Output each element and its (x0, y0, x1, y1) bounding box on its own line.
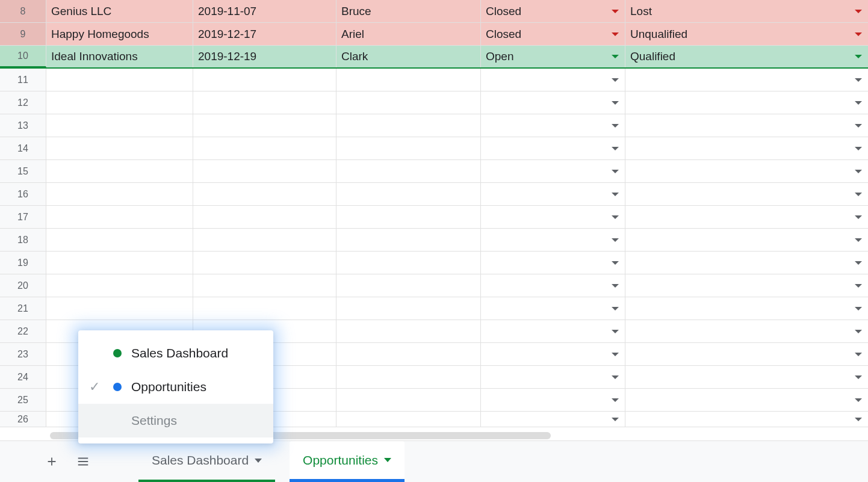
row-header[interactable]: 15 (0, 160, 46, 182)
cell[interactable] (46, 114, 193, 137)
cell[interactable] (625, 366, 868, 388)
cell[interactable] (336, 252, 481, 274)
cell[interactable] (625, 137, 868, 159)
dropdown-caret-icon[interactable] (612, 284, 619, 288)
dropdown-caret-icon[interactable] (855, 170, 862, 173)
all-sheets-button[interactable] (75, 453, 91, 470)
cell[interactable] (336, 229, 481, 251)
dropdown-caret-icon[interactable] (855, 78, 862, 82)
cell[interactable]: Qualified (625, 46, 868, 67)
dropdown-caret-icon[interactable] (612, 398, 619, 402)
cell[interactable] (336, 297, 481, 320)
cell[interactable]: Clark (336, 46, 481, 67)
row-header[interactable]: 18 (0, 229, 46, 251)
cell[interactable] (625, 183, 868, 205)
cell[interactable] (193, 206, 336, 228)
row-header[interactable]: 25 (0, 389, 46, 411)
dropdown-caret-icon[interactable] (612, 55, 619, 58)
dropdown-caret-icon[interactable] (855, 238, 862, 242)
cell[interactable] (481, 412, 625, 427)
cell[interactable] (481, 91, 625, 114)
row-header[interactable]: 10 (0, 46, 46, 67)
cell[interactable] (336, 274, 481, 297)
dropdown-caret-icon[interactable] (855, 307, 862, 311)
cell[interactable] (336, 114, 481, 137)
cell[interactable] (193, 297, 336, 320)
row-header[interactable]: 8 (0, 0, 46, 22)
dropdown-caret-icon[interactable] (855, 215, 862, 219)
cell[interactable]: Unqualified (625, 23, 868, 45)
dropdown-caret-icon[interactable] (612, 124, 619, 128)
cell[interactable]: Ideal Innovations (46, 46, 193, 67)
cell[interactable] (481, 137, 625, 159)
dropdown-caret-icon[interactable] (612, 78, 619, 82)
popup-item-sales-dashboard[interactable]: Sales Dashboard (78, 336, 273, 370)
dropdown-caret-icon[interactable] (612, 193, 619, 196)
cell[interactable] (625, 274, 868, 297)
cell[interactable] (481, 183, 625, 205)
row-header[interactable]: 20 (0, 274, 46, 297)
cell[interactable] (625, 114, 868, 137)
tab-sales-dashboard[interactable]: Sales Dashboard (138, 441, 275, 482)
row-header[interactable]: 11 (0, 69, 46, 91)
cell[interactable]: 2019-11-07 (193, 0, 336, 22)
row-header[interactable]: 21 (0, 297, 46, 320)
cell[interactable] (481, 229, 625, 251)
cell[interactable] (336, 206, 481, 228)
cell[interactable]: Ariel (336, 23, 481, 45)
dropdown-caret-icon[interactable] (855, 55, 862, 58)
cell[interactable] (336, 183, 481, 205)
dropdown-caret-icon[interactable] (855, 418, 862, 421)
cell[interactable]: Open (481, 46, 625, 67)
row-header[interactable]: 12 (0, 91, 46, 114)
cell[interactable] (625, 160, 868, 182)
cell[interactable] (625, 412, 868, 427)
cell[interactable] (625, 389, 868, 411)
row-header[interactable]: 26 (0, 412, 46, 427)
popup-item-settings[interactable]: Settings (78, 404, 273, 437)
dropdown-caret-icon[interactable] (855, 10, 862, 13)
cell[interactable] (336, 366, 481, 388)
cell[interactable] (625, 206, 868, 228)
cell[interactable] (481, 297, 625, 320)
dropdown-caret-icon[interactable] (612, 353, 619, 356)
row-header[interactable]: 14 (0, 137, 46, 159)
cell[interactable] (336, 160, 481, 182)
cell[interactable] (46, 69, 193, 91)
cell[interactable] (481, 252, 625, 274)
cell[interactable] (336, 389, 481, 411)
cell[interactable] (625, 229, 868, 251)
dropdown-caret-icon[interactable] (855, 101, 862, 105)
cell[interactable] (336, 69, 481, 91)
cell[interactable]: 2019-12-19 (193, 46, 336, 67)
cell[interactable] (625, 69, 868, 91)
row-header[interactable]: 19 (0, 252, 46, 274)
cell[interactable] (336, 412, 481, 427)
row-header[interactable]: 13 (0, 114, 46, 137)
cell[interactable]: Closed (481, 0, 625, 22)
cell[interactable] (193, 91, 336, 114)
cell[interactable] (193, 183, 336, 205)
dropdown-caret-icon[interactable] (855, 124, 862, 128)
row-header[interactable]: 17 (0, 206, 46, 228)
cell[interactable] (193, 69, 336, 91)
dropdown-caret-icon[interactable] (612, 330, 619, 333)
cell[interactable]: Lost (625, 0, 868, 22)
cell[interactable] (625, 320, 868, 342)
dropdown-caret-icon[interactable] (612, 101, 619, 105)
dropdown-caret-icon[interactable] (855, 398, 862, 402)
popup-item-opportunities[interactable]: ✓ Opportunities (78, 370, 273, 404)
cell[interactable] (625, 343, 868, 365)
dropdown-caret-icon[interactable] (612, 238, 619, 242)
row-header[interactable]: 24 (0, 366, 46, 388)
cell[interactable] (46, 252, 193, 274)
dropdown-caret-icon[interactable] (855, 193, 862, 196)
dropdown-caret-icon[interactable] (612, 307, 619, 311)
cell[interactable] (481, 366, 625, 388)
cell[interactable] (481, 343, 625, 365)
tab-opportunities[interactable]: Opportunities (290, 441, 405, 482)
cell[interactable] (481, 389, 625, 411)
add-sheet-button[interactable] (43, 453, 60, 470)
cell[interactable] (336, 343, 481, 365)
cell[interactable] (481, 206, 625, 228)
